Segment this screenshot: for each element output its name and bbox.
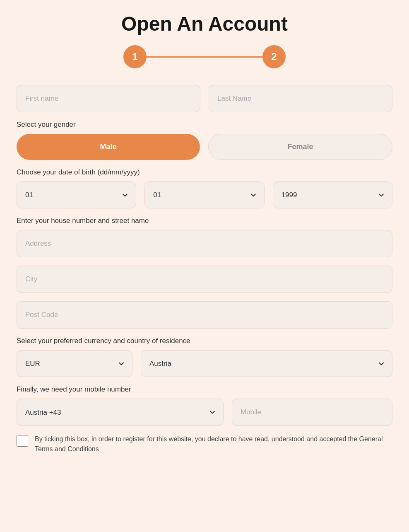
terms-row: By ticking this box, in order to registe… bbox=[17, 434, 392, 454]
mobile-input[interactable] bbox=[232, 399, 392, 426]
dob-label: Choose your date of birth (dd/mm/yyyy) bbox=[17, 168, 392, 177]
step-1-circle: 1 bbox=[123, 45, 147, 68]
mobile-group: Finally, we need your mobile number Aust… bbox=[17, 385, 392, 426]
country-select[interactable]: Austria Germany France Italy bbox=[141, 350, 392, 377]
gender-label: Select your gender bbox=[17, 121, 392, 129]
postcode-input[interactable] bbox=[17, 301, 392, 329]
step-line bbox=[147, 56, 262, 58]
dob-group: Choose your date of birth (dd/mm/yyyy) 0… bbox=[17, 168, 392, 208]
currency-country-group: Select your preferred currency and count… bbox=[17, 337, 392, 377]
phone-code-select[interactable]: Austria +43 Germany +49 France +33 bbox=[17, 399, 224, 426]
gender-group: Select your gender Male Female bbox=[17, 121, 392, 160]
terms-checkbox[interactable] bbox=[17, 435, 28, 447]
stepper: 1 2 bbox=[17, 45, 392, 68]
currency-select[interactable]: EUR USD GBP bbox=[17, 350, 132, 377]
mobile-label: Finally, we need your mobile number bbox=[17, 385, 392, 394]
postcode-group bbox=[17, 301, 392, 329]
address-group: Enter your house number and street name bbox=[17, 217, 392, 257]
address-input[interactable] bbox=[17, 230, 392, 257]
name-row bbox=[17, 85, 392, 112]
female-button[interactable]: Female bbox=[208, 134, 392, 160]
dob-month-select[interactable]: 01 02 03 04 05 06 07 08 09 10 11 12 bbox=[144, 181, 264, 208]
date-row: 01 02 03 04 05 06 07 08 09 10 01 02 03 0… bbox=[17, 181, 392, 208]
dob-day-select[interactable]: 01 02 03 04 05 06 07 08 09 10 bbox=[17, 181, 136, 208]
phone-row: Austria +43 Germany +49 France +33 bbox=[17, 399, 392, 426]
city-group bbox=[17, 266, 392, 293]
currency-country-label: Select your preferred currency and count… bbox=[17, 337, 392, 345]
last-name-group bbox=[209, 85, 392, 112]
first-name-input[interactable] bbox=[17, 85, 200, 112]
male-button[interactable]: Male bbox=[17, 134, 200, 160]
page-title: Open An Account bbox=[17, 12, 392, 35]
currency-country-row: EUR USD GBP Austria Germany France Italy bbox=[17, 350, 392, 377]
city-input[interactable] bbox=[17, 266, 392, 293]
last-name-input[interactable] bbox=[209, 85, 392, 112]
first-name-group bbox=[17, 85, 200, 112]
address-label: Enter your house number and street name bbox=[17, 217, 392, 225]
gender-buttons: Male Female bbox=[17, 134, 392, 160]
terms-text: By ticking this box, in order to registe… bbox=[35, 434, 392, 454]
step-2-circle: 2 bbox=[262, 45, 286, 68]
dob-year-select[interactable]: 1999 2000 1998 1997 bbox=[273, 181, 392, 208]
